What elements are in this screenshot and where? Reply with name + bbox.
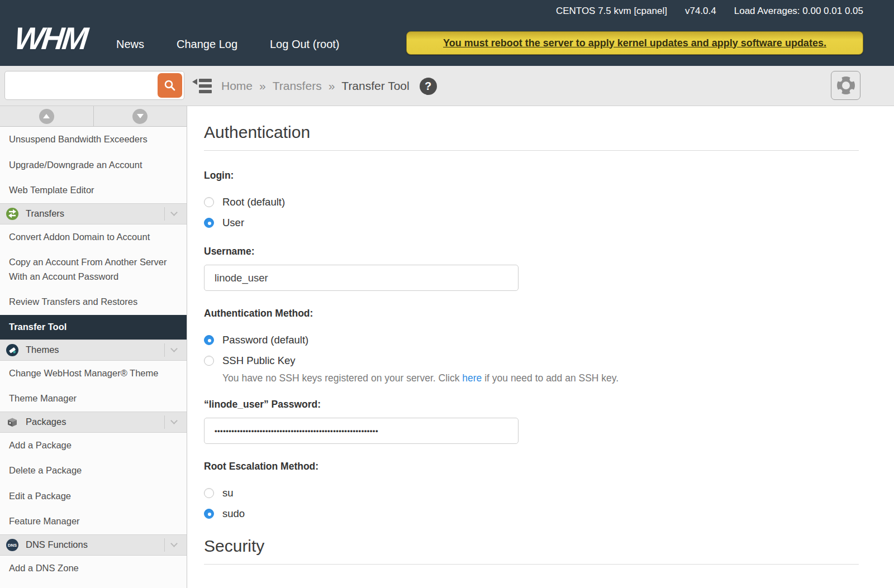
breadcrumb-separator: » <box>259 79 266 93</box>
search-button[interactable] <box>158 73 182 98</box>
reboot-alert-banner[interactable]: You must reboot the server to apply kern… <box>406 31 863 55</box>
sidebar-section-label: Themes <box>26 345 164 355</box>
escalation-radio-group: su sudo <box>204 487 859 520</box>
sidebar-item-review-transfers[interactable]: Review Transfers and Restores <box>0 289 187 315</box>
radio-label: su <box>222 487 234 499</box>
ssh-note-link[interactable]: here <box>462 372 482 384</box>
login-option-user[interactable]: User <box>204 217 859 229</box>
radio-label: User <box>222 217 244 229</box>
radio-label: Root (default) <box>222 196 285 208</box>
sidebar-section-transfers[interactable]: Transfers <box>0 203 187 224</box>
version-info: v74.0.4 <box>685 6 716 17</box>
radio-password-checked[interactable] <box>204 335 214 345</box>
help-icon[interactable]: ? <box>420 78 437 95</box>
breadcrumb-bar: Home » Transfers » Transfer Tool ? <box>0 66 894 106</box>
breadcrumb-home[interactable]: Home <box>221 79 253 93</box>
ssh-note-text: if you need to add an SSH key. <box>482 372 619 384</box>
sidebar-section-packages[interactable]: Packages <box>0 412 187 433</box>
sidebar-item-add-a-dns-zone[interactable]: Add a DNS Zone <box>0 556 187 581</box>
escalation-option-su[interactable]: su <box>204 487 859 499</box>
auth-method-radio-group: Password (default) SSH Public Key <box>204 334 859 367</box>
search-input[interactable] <box>5 71 155 99</box>
method-option-ssh-key[interactable]: SSH Public Key <box>204 355 859 367</box>
radio-label: SSH Public Key <box>222 355 296 367</box>
chevron-down-icon[interactable] <box>170 417 178 424</box>
radio-label: Password (default) <box>222 334 308 346</box>
sidebar-item-edit-a-package[interactable]: Edit a Package <box>0 484 187 509</box>
login-option-root[interactable]: Root (default) <box>204 196 859 208</box>
packages-icon <box>6 415 19 429</box>
ssh-key-note: You have no SSH keys registered on your … <box>222 372 859 384</box>
login-label: Login: <box>204 170 859 181</box>
radio-user-checked[interactable] <box>204 218 214 228</box>
nav-news[interactable]: News <box>116 38 144 51</box>
reboot-alert-text: You must reboot the server to apply kern… <box>443 37 826 49</box>
breadcrumb-transfers[interactable]: Transfers <box>273 79 322 93</box>
sidebar-section-label: DNS Functions <box>26 539 164 550</box>
chevron-down-icon[interactable] <box>170 541 178 548</box>
sidebar-item-convert-addon-domain[interactable]: Convert Addon Domain to Account <box>0 224 187 250</box>
username-input[interactable] <box>204 265 519 291</box>
sidebar-item-theme-manager[interactable]: Theme Manager <box>0 386 187 412</box>
chevron-down-icon[interactable] <box>170 345 178 352</box>
divider <box>164 343 165 357</box>
sidebar-item-change-whm-theme[interactable]: Change WebHost Manager® Theme <box>0 361 187 386</box>
sidebar-item-feature-manager[interactable]: Feature Manager <box>0 509 187 534</box>
load-averages: Load Averages: 0.00 0.01 0.05 <box>734 6 863 17</box>
sidebar-section-dns-functions[interactable]: DNS DNS Functions <box>0 534 187 556</box>
password-input[interactable] <box>204 418 519 444</box>
system-info-bar: CENTOS 7.5 kvm [cpanel] v74.0.4 Load Ave… <box>556 6 863 17</box>
support-button[interactable] <box>831 71 860 100</box>
scroll-down-button[interactable] <box>94 106 187 126</box>
nav-change-log[interactable]: Change Log <box>177 38 237 51</box>
method-option-password[interactable]: Password (default) <box>204 334 859 346</box>
username-label: Username: <box>204 246 859 257</box>
security-title: Security <box>204 537 859 565</box>
ssh-note-text: You have no SSH keys registered on your … <box>222 372 462 384</box>
chevron-down-icon[interactable] <box>170 209 178 216</box>
root-escalation-label: Root Escalation Method: <box>204 461 859 472</box>
breadcrumb-separator: » <box>329 79 335 93</box>
life-ring-icon <box>834 74 858 97</box>
top-nav-links: News Change Log Log Out (root) <box>116 38 340 51</box>
main-content: Authentication Login: Root (default) Use… <box>187 106 894 588</box>
sidebar-search <box>4 71 184 100</box>
collapse-sidebar-icon[interactable] <box>192 78 212 94</box>
whm-logo[interactable]: WHM <box>13 20 88 56</box>
sidebar-scroll-controls <box>0 106 187 127</box>
transfers-icon <box>6 207 19 221</box>
radio-sudo-checked[interactable] <box>204 509 214 519</box>
login-radio-group: Root (default) User <box>204 196 859 229</box>
authentication-title: Authentication <box>204 123 859 151</box>
sidebar-section-label: Packages <box>26 417 164 427</box>
divider <box>164 207 165 221</box>
scroll-down-icon <box>132 109 148 124</box>
scroll-up-icon <box>39 109 54 124</box>
escalation-option-sudo[interactable]: sudo <box>204 508 859 520</box>
breadcrumb: Home » Transfers » Transfer Tool ? <box>221 66 437 106</box>
divider <box>164 538 165 552</box>
dns-icon: DNS <box>6 538 19 552</box>
password-label: “linode_user” Password: <box>204 399 859 410</box>
radio-root-unchecked[interactable] <box>204 197 214 207</box>
sidebar-item-unsuspend-bandwidth-exceeders[interactable]: Unsuspend Bandwidth Exceeders <box>0 127 187 152</box>
sidebar-item-delete-a-package[interactable]: Delete a Package <box>0 458 187 484</box>
scroll-up-button[interactable] <box>0 106 94 126</box>
nav-log-out[interactable]: Log Out (root) <box>270 38 340 51</box>
sidebar-section-label: Transfers <box>26 208 164 219</box>
sidebar-item-web-template-editor[interactable]: Web Template Editor <box>0 178 187 203</box>
sidebar-section-themes[interactable]: Themes <box>0 340 187 361</box>
sidebar-item-add-a-package[interactable]: Add a Package <box>0 433 187 458</box>
radio-su-unchecked[interactable] <box>204 488 214 498</box>
breadcrumb-current: Transfer Tool <box>341 79 409 93</box>
sidebar-item-upgrade-downgrade-account[interactable]: Upgrade/Downgrade an Account <box>0 152 187 178</box>
svg-text:DNS: DNS <box>8 543 17 548</box>
os-info: CENTOS 7.5 kvm [cpanel] <box>556 6 667 17</box>
whm-page: WHM News Change Log Log Out (root) CENTO… <box>0 0 894 588</box>
radio-ssh-unchecked[interactable] <box>204 356 214 366</box>
sidebar-item-transfer-tool[interactable]: Transfer Tool <box>0 315 187 340</box>
sidebar-menu: Unsuspend Bandwidth Exceeders Upgrade/Do… <box>0 106 187 588</box>
sidebar-item-copy-account[interactable]: Copy an Account From Another Server With… <box>0 250 179 289</box>
divider <box>164 415 165 429</box>
auth-method-label: Authentication Method: <box>204 308 859 319</box>
